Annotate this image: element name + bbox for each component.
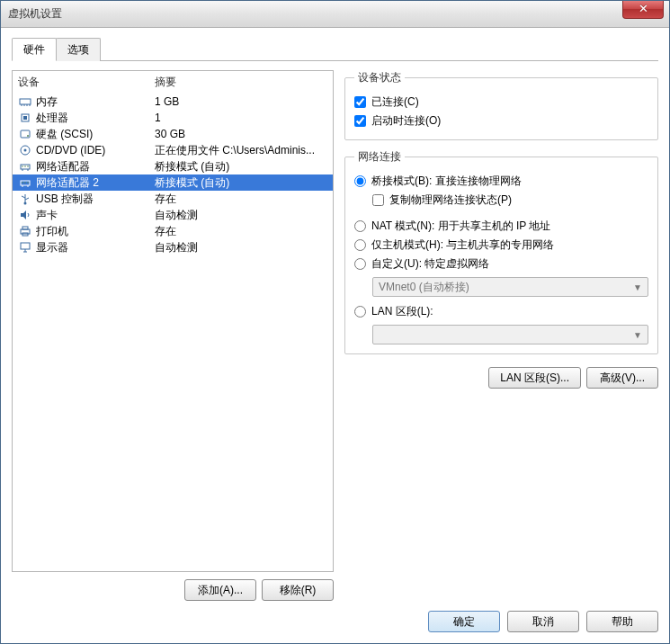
col-device-header: 设备	[18, 75, 155, 90]
connect-poweron-label[interactable]: 启动时连接(O)	[371, 113, 441, 129]
footer-buttons: 确定 取消 帮助	[428, 611, 658, 632]
replicate-label[interactable]: 复制物理网络连接状态(P)	[389, 192, 512, 208]
lan-segments-button[interactable]: LAN 区段(S)...	[488, 367, 581, 389]
device-summary: 30 GB	[155, 128, 327, 140]
help-button[interactable]: 帮助	[586, 611, 658, 632]
cd-icon	[18, 143, 32, 157]
device-row[interactable]: USB 控制器存在	[13, 191, 333, 207]
device-summary: 自动检测	[155, 208, 327, 223]
cpu-icon	[18, 111, 32, 125]
tab-hardware[interactable]: 硬件	[12, 38, 57, 61]
device-summary: 存在	[155, 192, 327, 207]
content-area: 硬件 选项 设备 摘要 内存1 GB处理器1硬盘 (SCSI)30 GBCD/D…	[1, 28, 669, 643]
device-name: USB 控制器	[36, 192, 155, 207]
device-summary: 桥接模式 (自动)	[155, 159, 327, 174]
svg-point-16	[27, 165, 29, 167]
disk-icon	[18, 127, 32, 141]
device-row[interactable]: 网络适配器桥接模式 (自动)	[13, 158, 333, 174]
device-summary: 存在	[155, 224, 327, 239]
device-summary: 1	[155, 112, 327, 124]
svg-marker-27	[21, 210, 26, 219]
device-row[interactable]: 声卡自动检测	[13, 207, 333, 223]
nat-label[interactable]: NAT 模式(N): 用于共享主机的 IP 地址	[371, 219, 550, 234]
device-row[interactable]: 内存1 GB	[13, 94, 333, 110]
sound-icon	[18, 208, 32, 222]
tab-bar: 硬件 选项	[12, 37, 658, 61]
right-panel: 设备状态 已连接(C) 启动时连接(O) 网络连接 桥接模式(B): 直接连接物	[344, 70, 658, 601]
window-title: 虚拟机设置	[8, 6, 62, 22]
device-status-group: 设备状态 已连接(C) 启动时连接(O)	[344, 70, 658, 140]
left-button-bar: 添加(A)... 移除(R)	[12, 579, 334, 601]
connect-poweron-checkbox[interactable]	[354, 115, 366, 127]
hostonly-label[interactable]: 仅主机模式(H): 与主机共享的专用网络	[371, 237, 554, 253]
device-status-legend: 设备状态	[354, 70, 405, 85]
device-summary: 桥接模式 (自动)	[155, 175, 327, 191]
svg-point-24	[24, 202, 27, 205]
svg-point-20	[22, 182, 23, 183]
lan-segment-select[interactable]: ▼	[372, 325, 648, 344]
svg-rect-29	[22, 227, 28, 229]
device-name: 网络适配器	[36, 159, 155, 174]
device-name: 网络适配器 2	[36, 175, 155, 191]
device-name: 内存	[36, 94, 155, 110]
custom-label[interactable]: 自定义(U): 特定虚拟网络	[371, 256, 489, 272]
memory-icon	[18, 94, 32, 109]
svg-rect-0	[20, 99, 31, 104]
printer-icon	[18, 224, 32, 238]
network-icon	[18, 175, 32, 190]
list-rows: 内存1 GB处理器1硬盘 (SCSI)30 GBCD/DVD (IDE)正在使用…	[13, 94, 333, 255]
svg-line-25	[22, 196, 25, 198]
custom-radio[interactable]	[354, 258, 366, 270]
device-summary: 正在使用文件 C:\Users\Adminis...	[155, 143, 327, 158]
custom-network-select[interactable]: VMnet0 (自动桥接) ▼	[372, 277, 648, 297]
svg-point-8	[27, 135, 29, 137]
device-name: 处理器	[36, 111, 155, 126]
replicate-checkbox[interactable]	[372, 194, 384, 206]
display-icon	[18, 240, 32, 255]
device-row[interactable]: 处理器1	[13, 110, 333, 126]
lan-segment-label[interactable]: LAN 区段(L):	[371, 304, 433, 319]
add-button[interactable]: 添加(A)...	[184, 579, 256, 601]
network-icon	[18, 159, 32, 174]
device-name: 显示器	[36, 240, 155, 255]
device-name: 声卡	[36, 208, 155, 223]
device-list: 设备 摘要 内存1 GB处理器1硬盘 (SCSI)30 GBCD/DVD (ID…	[12, 70, 334, 572]
svg-point-22	[27, 182, 29, 183]
bridged-label[interactable]: 桥接模式(B): 直接连接物理网络	[371, 174, 522, 189]
network-connection-group: 网络连接 桥接模式(B): 直接连接物理网络 复制物理网络连接状态(P) NAT…	[344, 149, 658, 354]
device-row[interactable]: 显示器自动检测	[13, 239, 333, 255]
titlebar: 虚拟机设置 ✕	[1, 1, 669, 28]
device-name: CD/DVD (IDE)	[36, 144, 155, 157]
svg-point-10	[24, 149, 27, 152]
right-button-bar: LAN 区段(S)... 高级(V)...	[344, 367, 658, 389]
connected-checkbox[interactable]	[354, 96, 366, 108]
close-button[interactable]: ✕	[622, 1, 664, 19]
hostonly-radio[interactable]	[354, 239, 366, 251]
lan-segment-radio[interactable]	[354, 306, 366, 318]
usb-icon	[18, 192, 32, 206]
device-row[interactable]: 硬盘 (SCSI)30 GB	[13, 126, 333, 142]
device-row[interactable]: CD/DVD (IDE)正在使用文件 C:\Users\Adminis...	[13, 142, 333, 158]
ok-button[interactable]: 确定	[428, 611, 500, 632]
tab-body: 设备 摘要 内存1 GB处理器1硬盘 (SCSI)30 GBCD/DVD (ID…	[12, 61, 658, 601]
bridged-radio[interactable]	[354, 175, 366, 187]
network-legend: 网络连接	[354, 149, 405, 165]
list-header: 设备 摘要	[13, 71, 333, 94]
cancel-button[interactable]: 取消	[507, 611, 579, 632]
svg-rect-31	[21, 243, 30, 249]
device-summary: 1 GB	[155, 95, 327, 108]
col-summary-header: 摘要	[155, 75, 327, 90]
chevron-down-icon: ▼	[633, 282, 642, 292]
device-row[interactable]: 打印机存在	[13, 223, 333, 239]
chevron-down-icon: ▼	[633, 330, 642, 340]
svg-point-15	[24, 165, 26, 167]
svg-point-14	[22, 165, 23, 167]
device-name: 打印机	[36, 224, 155, 239]
tab-options[interactable]: 选项	[56, 38, 101, 61]
connected-label[interactable]: 已连接(C)	[371, 94, 419, 110]
nat-radio[interactable]	[354, 220, 366, 232]
settings-window: 虚拟机设置 ✕ 硬件 选项 设备 摘要 内存1 GB处理器1硬盘 (SCSI)3…	[0, 0, 670, 644]
remove-button[interactable]: 移除(R)	[262, 579, 334, 601]
advanced-button[interactable]: 高级(V)...	[586, 367, 658, 389]
device-row[interactable]: 网络适配器 2桥接模式 (自动)	[13, 174, 333, 191]
